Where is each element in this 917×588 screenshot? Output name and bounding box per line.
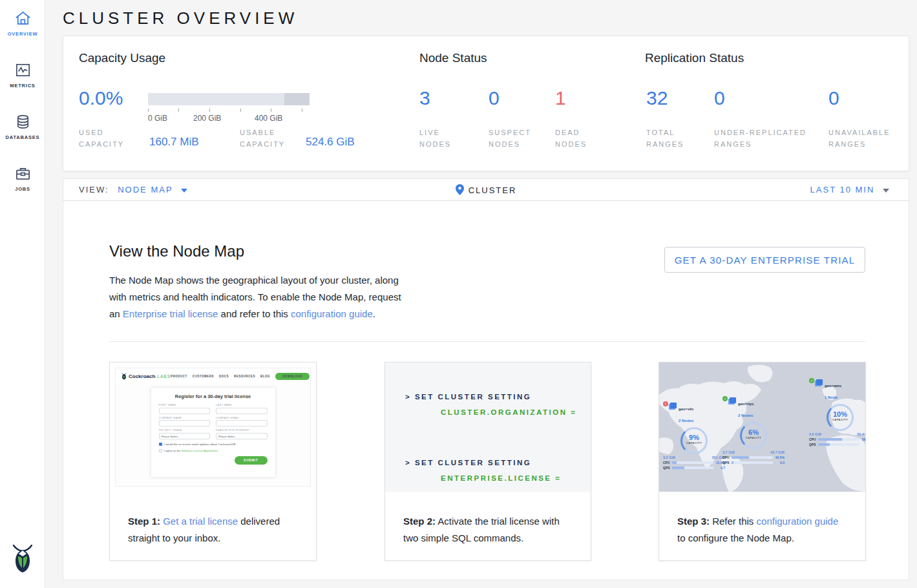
- enterprise-trial-license-link[interactable]: Enterprise trial license: [123, 308, 218, 319]
- used-capacity-value: 160.7 MiB: [149, 136, 199, 149]
- dead-nodes-count: 1: [555, 87, 566, 109]
- node-map-preview-image: ! geo=sfo2 Nodes 9% CAPACITY 3.2 GiB351 …: [659, 362, 865, 492]
- get-trial-license-link[interactable]: Get a trial license: [163, 516, 238, 527]
- axis-label-200: 200 GiB: [193, 114, 221, 123]
- node-cube-icon: [816, 379, 823, 385]
- sql-arg-2: ENTERPRISE.LICENSE =: [385, 470, 591, 486]
- sql-command-1: > SET CLUSTER SETTING: [385, 389, 591, 404]
- step-2-caption: Step 2: Activate the trial license with …: [385, 492, 591, 560]
- metrics-icon: [14, 61, 32, 79]
- used-capacity-label: USEDCAPACITY: [79, 127, 124, 150]
- alert-badge-icon: !: [663, 401, 668, 406]
- total-ranges-label: TOTALRANGES: [646, 127, 684, 150]
- breadcrumb: CLUSTER: [63, 184, 909, 195]
- unavailable-ranges-count: 0: [828, 87, 839, 109]
- capacity-gauge: 10% CAPACITY: [827, 404, 854, 431]
- sidebar-item-jobs[interactable]: JOBS: [0, 165, 45, 215]
- axis-label-400: 400 GiB: [255, 114, 282, 123]
- sidebar-item-overview[interactable]: OVERVIEW: [0, 10, 45, 60]
- sidebar-item-label: JOBS: [0, 186, 45, 192]
- section-divider: [109, 341, 865, 342]
- location-pin-icon: [456, 184, 464, 195]
- axis-label-0: 0 GiB: [148, 114, 167, 123]
- database-icon: [14, 113, 32, 131]
- capacity-gauge-nonusable: [284, 93, 310, 105]
- breadcrumb-label: CLUSTER: [469, 185, 517, 195]
- sql-arg-1: CLUSTER.ORGANIZATION =: [385, 404, 591, 420]
- unavailable-ranges-label: UNAVAILABLERANGES: [828, 127, 891, 150]
- map-node-ams: ✓ geo=ams1 Node 10% CAPACITY 3.6 GiB36.4…: [809, 378, 865, 446]
- step-2-card: > SET CLUSTER SETTING CLUSTER.ORGANIZATI…: [385, 362, 591, 561]
- home-icon: [14, 10, 32, 27]
- view-bar: VIEW: NODE MAP CLUSTER LAST 10 MIN: [63, 178, 909, 201]
- node-map-panel: View the Node Map The Node Map shows the…: [63, 201, 909, 580]
- mini-cockroach-logo: Cockroach LABS: [121, 373, 171, 380]
- capacity-gauge: 6% CAPACITY: [740, 422, 767, 449]
- time-range-value: LAST 10 MIN: [810, 185, 875, 194]
- mini-nav: PRODUCTCUSTOMERSDOCSRESOURCESBLOG DOWNLO…: [171, 373, 310, 380]
- suspect-nodes-count: 0: [489, 87, 500, 109]
- usable-capacity-label: USABLECAPACITY: [240, 127, 285, 150]
- step-1-caption: Step 1: Get a trial license delivered st…: [110, 492, 316, 560]
- under-replicated-ranges-label: UNDER-REPLICATEDRANGES: [714, 127, 806, 150]
- sidebar-item-label: METRICS: [0, 83, 45, 89]
- sidebar-item-metrics[interactable]: METRICS: [0, 61, 45, 112]
- step-1-card: Cockroach LABS PRODUCTCUSTOMERSDOCSRESOU…: [109, 362, 317, 561]
- live-nodes-count: 3: [419, 87, 430, 109]
- capacity-percent: 0.0%: [79, 87, 123, 109]
- map-node-sfo: ! geo=sfo2 Nodes 9% CAPACITY 3.2 GiB351 …: [663, 401, 725, 470]
- configuration-guide-link[interactable]: configuration guide: [291, 308, 373, 319]
- register-preview-image: Cockroach LABS PRODUCTCUSTOMERSDOCSRESOU…: [110, 362, 316, 492]
- capacity-gauge-bar: [148, 93, 310, 105]
- mini-download-button: DOWNLOAD: [275, 373, 310, 380]
- ok-badge-icon: ✓: [722, 396, 728, 401]
- page-title: CLUSTER OVERVIEW: [63, 8, 298, 28]
- sidebar-item-label: OVERVIEW: [0, 31, 45, 37]
- cluster-summary-card: Capacity Usage 0.0% 0 GiB 200 GiB 400 Gi…: [63, 36, 909, 171]
- briefcase-icon: [14, 165, 32, 182]
- configuration-guide-link[interactable]: configuration guide: [757, 516, 839, 527]
- get-enterprise-trial-button[interactable]: GET A 30-DAY ENTERPRISE TRIAL: [664, 247, 865, 273]
- bug-icon: [121, 373, 127, 380]
- chevron-down-icon: [883, 189, 889, 193]
- capacity-gauge: 9% CAPACITY: [680, 427, 708, 454]
- mini-register-form: Register for a 30-day trial license FIRS…: [151, 388, 275, 477]
- capacity-usage-title: Capacity Usage: [79, 51, 165, 65]
- dead-nodes-label: DEADNODES: [555, 127, 587, 150]
- step-3-card: ! geo=sfo2 Nodes 9% CAPACITY 3.2 GiB351 …: [659, 362, 866, 561]
- time-range-selector[interactable]: LAST 10 MIN: [810, 185, 889, 194]
- under-replicated-ranges-count: 0: [714, 87, 725, 109]
- mini-submit-button: SUBMIT: [235, 456, 267, 465]
- sidebar: OVERVIEW METRICS DATABASES JOBS: [0, 0, 45, 588]
- section-heading: View the Node Map: [109, 242, 244, 260]
- node-cube-icon: [730, 397, 736, 403]
- total-ranges-count: 32: [646, 87, 668, 109]
- usable-capacity-value: 524.6 GiB: [306, 136, 355, 149]
- replication-status-title: Replication Status: [645, 51, 744, 65]
- sidebar-item-databases[interactable]: DATABASES: [0, 113, 45, 163]
- live-nodes-label: LIVENODES: [419, 127, 451, 150]
- sql-preview-image: > SET CLUSTER SETTING CLUSTER.ORGANIZATI…: [385, 362, 591, 492]
- suspect-nodes-label: SUSPECTNODES: [489, 127, 531, 150]
- node-cube-icon: [670, 403, 677, 408]
- map-node-nyc: ✓ geo=nyc2 Nodes 6% CAPACITY 3.7 GiB43.7…: [722, 396, 785, 465]
- ok-badge-icon: ✓: [809, 378, 814, 383]
- cockroachdb-logo-icon[interactable]: [10, 544, 36, 574]
- section-description: The Node Map shows the geographical layo…: [109, 272, 413, 322]
- node-status-title: Node Status: [419, 51, 487, 65]
- capacity-axis-ticks: [148, 109, 310, 112]
- sql-command-2: > SET CLUSTER SETTING: [385, 455, 591, 470]
- sidebar-item-label: DATABASES: [0, 134, 45, 140]
- step-3-caption: Step 3: Refer this configuration guide t…: [659, 492, 865, 560]
